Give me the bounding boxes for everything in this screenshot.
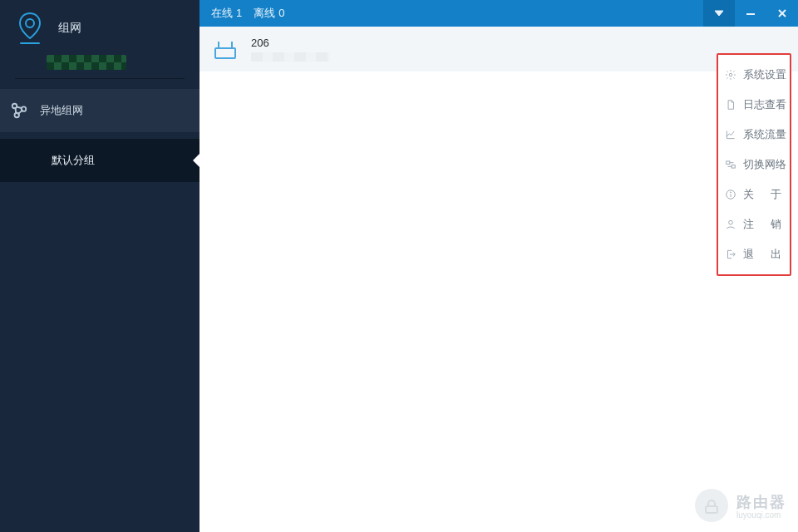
watermark-icon xyxy=(695,489,728,522)
device-subtext-blurred xyxy=(251,52,330,62)
menu-item-label: 系统流量 xyxy=(743,127,786,142)
app-root: 组网 异地组网 默认分组 在线1 离线0 xyxy=(0,0,798,532)
device-name: 206 xyxy=(251,37,330,49)
menu-item-5[interactable]: 注 销 xyxy=(720,209,788,239)
menu-button[interactable] xyxy=(703,0,735,27)
menu-item-label: 系统设置 xyxy=(743,67,786,82)
sidebar-item-default-group[interactable]: 默认分组 xyxy=(0,139,200,182)
router-icon xyxy=(213,40,238,62)
menu-item-1[interactable]: 日志查看 xyxy=(720,90,788,120)
svg-rect-12 xyxy=(727,161,730,165)
menu-item-3[interactable]: 切换网络 xyxy=(720,150,788,180)
sidebar: 组网 异地组网 默认分组 xyxy=(0,0,200,532)
svg-rect-18 xyxy=(706,506,717,513)
menu-item-label: 注 销 xyxy=(743,217,788,232)
menu-item-0[interactable]: 系统设置 xyxy=(720,60,788,90)
svg-point-17 xyxy=(729,220,733,224)
watermark-title: 路由器 xyxy=(736,492,786,512)
sidebar-separator xyxy=(15,78,185,79)
svg-point-0 xyxy=(26,19,34,27)
device-row[interactable]: 206 xyxy=(200,27,798,71)
info-icon xyxy=(725,188,736,201)
svg-marker-4 xyxy=(715,11,723,16)
svg-point-11 xyxy=(729,73,732,76)
watermark-text: 路由器 luyouqi.com xyxy=(736,492,786,520)
sidebar-title: 组网 xyxy=(58,21,81,36)
menu-item-label: 关 于 xyxy=(743,187,788,202)
user-icon xyxy=(725,218,736,231)
main-area: 在线1 离线0 xyxy=(200,0,798,532)
watermark: 路由器 luyouqi.com xyxy=(695,489,786,522)
sidebar-obscured-badge xyxy=(47,55,126,70)
location-pin-icon xyxy=(10,8,50,48)
offline-label: 离线0 xyxy=(254,6,284,21)
svg-point-16 xyxy=(731,192,732,193)
menu-item-2[interactable]: 系统流量 xyxy=(720,120,788,150)
sub-item-label: 默认分组 xyxy=(52,153,95,168)
minimize-button[interactable] xyxy=(735,0,766,27)
menu-item-label: 日志查看 xyxy=(743,97,786,112)
sidebar-header: 组网 xyxy=(0,0,200,60)
watermark-subtitle: luyouqi.com xyxy=(736,510,786,520)
menu-item-label: 退 出 xyxy=(743,247,788,262)
main-menu-dropdown: 系统设置日志查看系统流量切换网络关 于注 销退 出 xyxy=(717,53,791,276)
exit-icon xyxy=(725,248,736,261)
svg-point-1 xyxy=(12,104,17,109)
gear-icon xyxy=(725,68,736,81)
titlebar: 在线1 离线0 xyxy=(200,0,798,27)
window-controls xyxy=(703,0,798,27)
titlebar-status: 在线1 离线0 xyxy=(200,6,284,21)
menu-item-label: 切换网络 xyxy=(743,157,786,172)
doc-icon xyxy=(725,98,736,111)
close-button[interactable] xyxy=(766,0,798,27)
chart-icon xyxy=(725,128,736,141)
svg-rect-13 xyxy=(732,165,735,169)
nav-remote-network[interactable]: 异地组网 xyxy=(0,89,200,132)
network-icon xyxy=(10,101,28,120)
menu-item-4[interactable]: 关 于 xyxy=(720,180,788,209)
switch-icon xyxy=(725,158,736,171)
svg-rect-8 xyxy=(215,48,235,58)
content: 206 系统设置日志查看系统流量切换网络关 于注 销退 出 路由器 luyouq… xyxy=(200,27,798,532)
online-label: 在线1 xyxy=(211,6,242,21)
menu-item-6[interactable]: 退 出 xyxy=(720,239,788,269)
device-text: 206 xyxy=(251,37,330,62)
nav-label: 异地组网 xyxy=(40,103,83,118)
